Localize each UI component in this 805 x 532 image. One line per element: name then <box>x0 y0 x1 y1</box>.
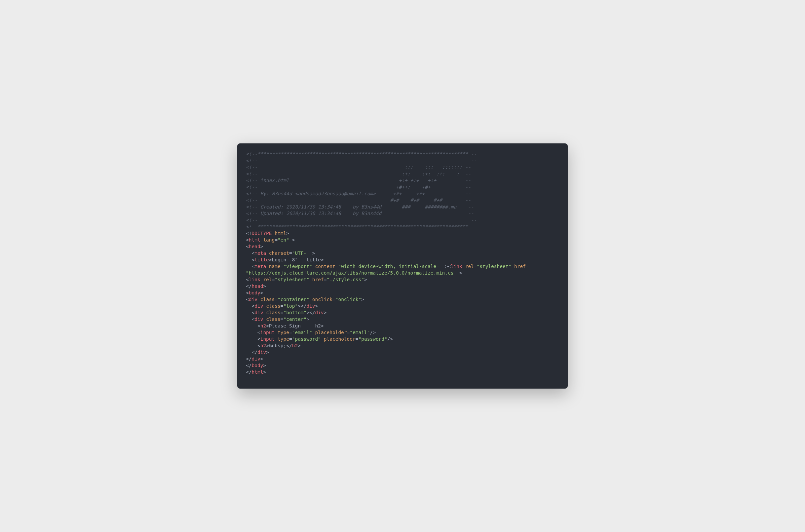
comment-line: <!-- By: B3ns44d <abdsamad23bnsaad@gmail… <box>246 191 471 196</box>
comment-line: <!-- Created: 2020/11/30 13:34:48 by B3n… <box>246 204 474 209</box>
tag-title: title <box>254 257 269 262</box>
comment-line: <!-- -- <box>246 158 477 163</box>
tag-h2: h2 <box>261 323 266 328</box>
href-normalize: "https://cdnjs.cloudflare.com/ajax/libs/… <box>246 270 454 276</box>
comment-line: <!-- Updated: 2020/11/30 13:34:48 by B3n… <box>246 211 474 216</box>
tag-link: link <box>451 264 462 269</box>
tag-input: input <box>261 330 275 335</box>
comment-line: <!-- +#++: +#+ -- <box>246 184 471 190</box>
doctype-arg: html <box>275 231 286 236</box>
punct: <! <box>246 231 251 236</box>
tag-head: head <box>249 244 261 249</box>
doctype-word: DOCTYPE <box>251 231 272 236</box>
comment-line: <!-- :+: :+: :+: : -- <box>246 171 471 176</box>
comment-line: <!-- index.html +:+ +:+ +:+ -- <box>246 178 471 183</box>
tag-html: html <box>249 237 261 243</box>
comment-line: <!-- -- <box>246 217 477 223</box>
tag-body: body <box>249 290 261 296</box>
h2-text: Please Sign h2 <box>269 323 321 328</box>
comment-line: <!--************************************… <box>246 224 477 229</box>
title-text: Login 8" title <box>272 257 321 262</box>
code-block: <!--************************************… <box>246 151 559 375</box>
code-editor: <!--************************************… <box>237 144 568 388</box>
comment-line: <!-- #+# #+# #+# -- <box>246 197 471 203</box>
comment-line: <!-- ::: ::: ::::::: -- <box>246 165 471 170</box>
tag-div: div <box>249 297 257 302</box>
comment-line: <!--************************************… <box>246 151 477 157</box>
tag-meta: meta <box>254 250 266 256</box>
